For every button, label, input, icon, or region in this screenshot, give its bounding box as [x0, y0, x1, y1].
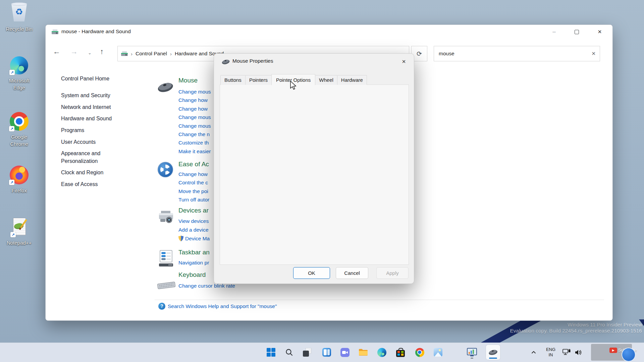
task-view-button[interactable]: [300, 345, 314, 360]
chrome-icon: [415, 348, 424, 357]
desktop-icon-label: Recycle Bin: [0, 25, 38, 33]
desktop-icon-chrome[interactable]: ↗ Google Chrome: [0, 112, 38, 147]
language-line2: IN: [549, 352, 553, 358]
sidebar-item-hardware-sound[interactable]: Hardware and Sound: [61, 115, 134, 122]
dialog-close-button[interactable]: ✕: [397, 56, 411, 67]
search-icon: [285, 348, 293, 356]
desktop-icon-recycle-bin[interactable]: ♻ Recycle Bin: [0, 1, 38, 33]
devices-printers-icon: [158, 210, 174, 225]
start-button[interactable]: [264, 345, 278, 360]
sidebar-item-clock-region[interactable]: Clock and Region: [61, 169, 134, 176]
desktop-icon-notepadpp[interactable]: ↗ Notepad++: [0, 217, 38, 246]
tab-wheel[interactable]: Wheel: [315, 75, 337, 85]
tab-page: [220, 84, 409, 265]
network-icon: [562, 349, 571, 356]
hardware-sound-icon: [52, 29, 58, 35]
ok-button[interactable]: OK: [293, 267, 330, 279]
search-box[interactable]: ✕: [434, 46, 600, 61]
sidebar-item-network-internet[interactable]: Network and Internet: [61, 103, 134, 111]
volume-button[interactable]: [573, 345, 584, 360]
store-icon: [396, 350, 405, 357]
forward-button[interactable]: →: [70, 48, 78, 55]
help-icon: ?: [158, 303, 165, 310]
content-divider: [155, 300, 604, 300]
apply-button[interactable]: Apply: [376, 267, 409, 279]
store-button[interactable]: [393, 345, 408, 360]
close-icon: ✕: [402, 59, 406, 65]
sidebar-item-programs[interactable]: Programs: [61, 126, 134, 134]
uac-shield-icon: [178, 236, 183, 241]
youtube-play-icon: ▶: [609, 348, 617, 353]
language-indicator[interactable]: ENG IN: [543, 345, 559, 360]
taskbar-search-button[interactable]: [282, 345, 296, 360]
tab-buttons[interactable]: Buttons: [220, 75, 246, 85]
mouse-settings-taskbar-button[interactable]: [486, 345, 500, 360]
close-button[interactable]: ✕: [592, 25, 607, 39]
window-titlebar[interactable]: mouse - Hardware and Sound – ✕: [46, 25, 612, 39]
section-title-ease: Ease of Ac: [178, 161, 209, 168]
breadcrumb-separator: ›: [131, 51, 132, 57]
chat-icon: [340, 348, 350, 357]
edge-taskbar-button[interactable]: [375, 345, 389, 360]
control-panel-legacy-icon: [467, 348, 477, 357]
tab-hardware[interactable]: Hardware: [337, 75, 367, 85]
evaluation-watermark: Windows 11 Pro Insider Preview Evaluatio…: [441, 322, 642, 334]
cancel-button[interactable]: Cancel: [336, 267, 368, 279]
maximize-button[interactable]: [569, 25, 584, 39]
running-indicator: [471, 358, 473, 359]
mouse-settings-icon: [488, 349, 498, 356]
search-input[interactable]: [438, 50, 591, 57]
back-button[interactable]: ←: [53, 48, 60, 55]
screen: Windows 11 Pro Insider Preview Evaluatio…: [0, 0, 644, 362]
network-button[interactable]: [561, 345, 572, 360]
shortcut-arrow-icon: ↗: [9, 70, 15, 75]
sidebar-item-system-security[interactable]: System and Security: [61, 92, 134, 99]
desktop-icon-label: Microsoft Edge: [4, 77, 34, 91]
desktop-icon-edge[interactable]: ↗ Microsoft Edge: [0, 56, 38, 91]
widgets-button[interactable]: [320, 345, 334, 360]
desktop-icon-label: Notepad++: [0, 239, 38, 246]
watermark-line2: Evaluation copy. Build 22454.rs_prerelea…: [441, 328, 642, 334]
shortcut-arrow-icon: ↗: [9, 180, 14, 185]
tab-pointers[interactable]: Pointers: [245, 75, 272, 85]
sidebar-item-home[interactable]: Control Panel Home: [61, 75, 134, 82]
sidebar-item-appearance[interactable]: Appearance and Personalization: [61, 149, 134, 165]
link-device-manager[interactable]: Device Ma: [185, 236, 210, 241]
shortcut-arrow-icon: ↗: [9, 126, 14, 131]
section-title-taskbar: Taskbar an: [178, 249, 210, 256]
up-button[interactable]: ↑: [100, 48, 104, 55]
start-icon: [267, 348, 275, 357]
control-panel-legacy-button[interactable]: [465, 345, 479, 360]
minimize-icon: –: [552, 28, 555, 35]
minimize-button[interactable]: –: [546, 25, 562, 39]
section-title-keyboard: Keyboard: [178, 271, 206, 279]
section-title-mouse: Mouse: [178, 77, 198, 84]
mouse-properties-icon: [221, 59, 230, 65]
ease-of-access-icon: [157, 162, 173, 178]
mouse-properties-dialog: Mouse Properties ✕ Buttons Pointers Poin…: [214, 53, 414, 284]
file-explorer-button[interactable]: [356, 345, 370, 360]
close-icon: ✕: [598, 29, 602, 35]
chat-button[interactable]: [338, 345, 352, 360]
task-view-icon: [303, 348, 312, 357]
section-title-devices: Devices ar: [178, 207, 209, 214]
taskbar: ENG IN: [0, 343, 644, 362]
refresh-icon: ⟳: [417, 50, 422, 58]
breadcrumb-separator: ›: [170, 51, 172, 57]
desktop-icon-firefox[interactable]: ↗ Firefox: [0, 166, 38, 194]
breadcrumb-icon: [121, 51, 128, 57]
mouse-device-icon: [156, 81, 174, 93]
chrome-taskbar-button[interactable]: [413, 345, 427, 360]
window-title: mouse - Hardware and Sound: [61, 28, 131, 35]
breadcrumb-control-panel[interactable]: Control Panel: [136, 51, 167, 57]
cursor-pointer: [290, 80, 298, 90]
hidden-icons-button[interactable]: [529, 345, 539, 360]
photos-button[interactable]: [431, 345, 445, 360]
clear-search-icon[interactable]: ✕: [591, 51, 596, 57]
shortcut-arrow-icon: ↗: [10, 232, 16, 237]
sidebar-item-ease-of-access[interactable]: Ease of Access: [61, 180, 134, 188]
sidebar-item-user-accounts[interactable]: User Accounts: [61, 138, 134, 146]
recent-pages-chevron[interactable]: ⌄: [88, 50, 92, 55]
help-search-link[interactable]: Search Windows Help and Support for "mou…: [168, 303, 277, 309]
volume-icon: [575, 349, 583, 356]
